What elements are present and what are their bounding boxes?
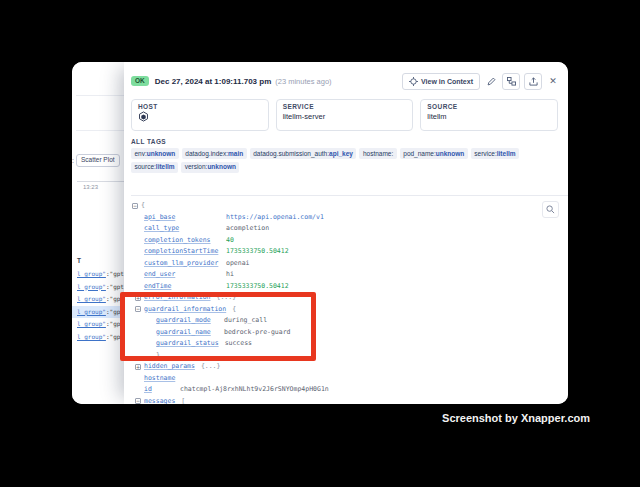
list-item-link[interactable]: l_group" [77, 333, 106, 340]
export-icon[interactable] [524, 73, 542, 90]
close-icon[interactable]: ✕ [546, 74, 560, 89]
list-item[interactable]: l_group":"gpt-4o [72, 281, 124, 294]
tag-value: unknown [207, 163, 236, 170]
tag-pill[interactable]: version:unknown [181, 162, 239, 173]
tag-pill[interactable]: hostname: [359, 148, 396, 159]
info-box-label: SOURCE [427, 103, 551, 110]
json-key[interactable]: messages [144, 396, 175, 405]
chart-axis-line [77, 181, 124, 182]
expand-toggle-icon[interactable]: + [135, 364, 141, 370]
related-data-icon[interactable] [502, 73, 520, 90]
json-key[interactable]: api_base [144, 212, 220, 224]
json-key[interactable]: guardrail_name [156, 327, 218, 339]
panel-actions: View in Context ✕ [402, 73, 560, 90]
tag-value: unknown [147, 150, 176, 157]
scatter-plot-button[interactable]: Scatter Plot [76, 154, 120, 167]
edit-pencil-icon[interactable] [484, 74, 498, 89]
tag-key: datadog.index: [185, 150, 228, 157]
json-row: completion_tokens40 [130, 235, 568, 247]
list-item-link[interactable]: l_group" [77, 308, 106, 315]
watermark-text: Screenshot by Xnapper.com [442, 412, 590, 424]
list-item-link[interactable]: l_group" [77, 295, 106, 302]
json-key[interactable]: hidden_params [144, 361, 195, 373]
info-box: HOST [131, 99, 269, 131]
list-item[interactable]: l_group":"gpt-4o [72, 268, 124, 281]
view-in-context-button[interactable]: View in Context [402, 73, 480, 90]
json-value: { [141, 200, 145, 212]
tag-pill[interactable]: datadog.submission_auth:api_key [250, 148, 357, 159]
json-value: hi [226, 269, 234, 281]
json-value: acompletion [226, 223, 269, 235]
list-item-link[interactable]: l_group" [77, 283, 106, 290]
json-value: bedrock-pre-guard [224, 327, 291, 339]
view-in-context-label: View in Context [421, 78, 473, 85]
tag-key: env: [135, 150, 147, 157]
json-tree: −{api_basehttps://api.openai.com/v1call_… [124, 196, 568, 404]
json-value: success [225, 338, 252, 350]
event-timestamp: Dec 27, 2024 at 1:09:11.703 pm [155, 77, 272, 86]
json-value: {...} [201, 361, 221, 373]
json-row: endTime1735333750.50412 [130, 281, 568, 293]
info-box-label: HOST [138, 103, 262, 110]
event-time-ago: (23 minutes ago) [275, 77, 331, 86]
tag-key: service: [474, 150, 496, 157]
divider [76, 130, 124, 131]
expand-toggle-icon[interactable]: + [135, 295, 141, 301]
tag-pill[interactable]: source:litellm [131, 162, 178, 173]
list-item-link[interactable]: l_group" [77, 270, 106, 277]
truncated-control: : [72, 157, 74, 164]
list-item[interactable]: l_group":"gpt- [72, 306, 124, 319]
json-key[interactable]: error_information [144, 292, 211, 304]
json-key[interactable]: hostname [144, 373, 175, 385]
json-key[interactable]: endTime [144, 281, 220, 293]
json-row: idchatcmpl-Aj8rxhNLht9v2J6rSNYOmp4pH0G1n [130, 384, 568, 396]
json-row: completionStartTime1735333750.50412 [130, 246, 568, 258]
json-key[interactable]: guardrail_status [156, 338, 219, 350]
list-item-text: :"gpt-4o [106, 283, 124, 290]
expand-toggle-icon[interactable]: − [132, 203, 138, 209]
event-detail-panel: OK Dec 27, 2024 at 1:09:11.703 pm (23 mi… [124, 62, 568, 404]
list-item[interactable]: l_group":"gpt- [72, 318, 124, 331]
list-item[interactable]: l_group":"gpt- [72, 331, 124, 344]
divider [76, 95, 124, 96]
list-item-text: :"gpt- [106, 295, 124, 302]
tag-value: litellm [497, 150, 516, 157]
info-box-label: SERVICE [283, 103, 407, 110]
crosshair-icon [409, 77, 418, 86]
info-boxes: HOST SERVICE litellm-server SOURCE litel… [131, 99, 558, 131]
json-row: guardrail_namebedrock-pre-guard [130, 327, 568, 339]
tag-pill[interactable]: datadog.index:main [182, 148, 247, 159]
json-row: } [130, 350, 568, 362]
screenshot-stage: : Scatter Plot 13:23 T l_group":"gpt-4ol… [0, 0, 640, 487]
json-key[interactable]: end_user [144, 269, 220, 281]
json-key[interactable]: call_type [144, 223, 220, 235]
list-item[interactable]: l_group":"gpt- [72, 293, 124, 306]
panel-tabs [131, 176, 568, 196]
list-item-link[interactable]: l_group" [77, 320, 106, 327]
search-icon[interactable] [542, 201, 559, 218]
json-value: {...} [217, 292, 237, 304]
json-key[interactable]: id [144, 384, 174, 396]
expand-toggle-icon[interactable]: − [135, 398, 141, 404]
json-row: guardrail_statussuccess [130, 338, 568, 350]
json-row: +error_information{...} [130, 292, 568, 304]
expand-toggle-icon[interactable]: − [135, 306, 141, 312]
json-row: end_userhi [130, 269, 568, 281]
json-key[interactable]: custom_llm_provider [144, 258, 220, 270]
status-badge: OK [131, 76, 149, 87]
background-page-strip: : Scatter Plot 13:23 T l_group":"gpt-4ol… [72, 62, 124, 404]
tag-pill[interactable]: pod_name:unknown [400, 148, 468, 159]
all-tags-label: ALL TAGS [131, 138, 558, 145]
json-key[interactable]: guardrail_mode [156, 315, 218, 327]
list-item-text: :"gpt- [106, 320, 124, 327]
json-key[interactable]: completion_tokens [144, 235, 220, 247]
tag-key: pod_name: [403, 150, 436, 157]
json-key[interactable]: guardrail_information [144, 304, 226, 316]
tag-pill[interactable]: service:litellm [471, 148, 519, 159]
json-row: −guardrail_information{ [130, 304, 568, 316]
host-hexagon-icon [138, 111, 262, 122]
info-box-value: litellm-server [283, 112, 407, 121]
json-key[interactable]: completionStartTime [144, 246, 220, 258]
tag-key: datadog.submission_auth: [253, 150, 329, 157]
tag-pill[interactable]: env:unknown [131, 148, 179, 159]
